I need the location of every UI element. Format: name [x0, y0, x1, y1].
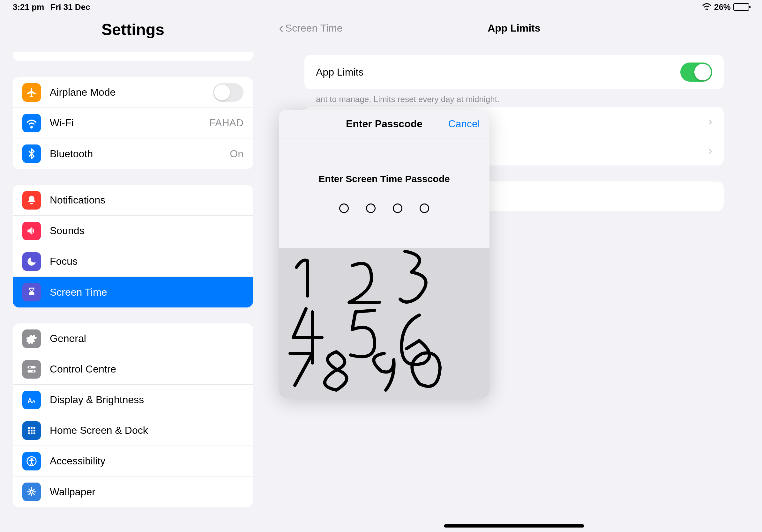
svg-point-16 — [31, 458, 32, 459]
detail-pane: ‹ Screen Time App Limits App Limits ant … — [266, 14, 762, 532]
focus-label: Focus — [50, 255, 244, 267]
status-date: Fri 31 Dec — [50, 2, 90, 12]
sidebar-item-focus[interactable]: Focus — [13, 246, 253, 277]
hourglass-icon — [22, 283, 41, 301]
speaker-icon — [22, 222, 41, 240]
general-label: General — [50, 333, 244, 345]
scribble-keypad[interactable] — [279, 248, 490, 398]
wifi-value: FAHAD — [209, 117, 244, 129]
wifi-icon — [702, 2, 712, 12]
gear-icon — [22, 329, 41, 348]
modal-title: Enter Passcode — [346, 118, 422, 130]
svg-text:A: A — [32, 398, 35, 403]
sidebar-item-general[interactable]: General — [13, 323, 253, 354]
accessibility-icon — [22, 452, 41, 470]
bluetooth-label: Bluetooth — [50, 148, 230, 160]
svg-rect-8 — [34, 427, 36, 429]
modal-prompt: Enter Screen Time Passcode — [279, 173, 490, 184]
sidebar-item-display[interactable]: AA Display & Brightness — [13, 385, 253, 415]
sidebar-item-accessibility[interactable]: Accessibility — [13, 446, 253, 477]
sidebar-item-control-centre[interactable]: Control Centre — [13, 354, 253, 385]
svg-rect-11 — [34, 430, 36, 432]
svg-rect-6 — [28, 427, 30, 429]
sidebar-item-home-screen[interactable]: Home Screen & Dock — [13, 415, 253, 446]
passcode-modal: Enter Passcode Cancel Enter Screen Time … — [279, 110, 490, 398]
settings-group-alerts: Notifications Sounds Focus Screen Time — [13, 185, 253, 307]
svg-text:A: A — [28, 397, 32, 404]
bluetooth-value: On — [230, 148, 244, 160]
detail-title: App Limits — [279, 22, 749, 34]
svg-rect-10 — [31, 430, 33, 432]
svg-rect-1 — [28, 370, 36, 372]
airplane-toggle[interactable] — [213, 83, 244, 102]
detail-header: ‹ Screen Time App Limits — [266, 14, 762, 45]
handwriting-icon — [279, 248, 490, 398]
svg-point-17 — [30, 491, 33, 494]
pin-dot — [419, 204, 429, 213]
airplane-icon — [22, 83, 41, 102]
home-indicator[interactable] — [444, 524, 584, 528]
chevron-right-icon: › — [708, 144, 712, 158]
battery-icon — [733, 3, 749, 11]
control-label: Control Centre — [50, 363, 244, 375]
pin-dot — [366, 204, 376, 213]
svg-rect-0 — [28, 366, 36, 368]
app-limits-label: App Limits — [316, 66, 680, 78]
app-limits-toggle[interactable] — [680, 62, 712, 82]
settings-group-connectivity: Airplane Mode Wi-Fi FAHAD Bluetooth On — [13, 77, 253, 169]
app-limits-footer: ant to manage. Limits reset every day at… — [266, 89, 762, 104]
passcode-dots — [279, 204, 490, 213]
notifications-label: Notifications — [50, 194, 244, 206]
svg-point-2 — [29, 366, 31, 368]
bell-icon — [22, 191, 41, 210]
svg-rect-14 — [34, 432, 36, 434]
grid-icon — [22, 421, 41, 440]
svg-rect-7 — [31, 427, 33, 429]
chevron-right-icon: › — [708, 115, 712, 128]
sidebar-item-wifi[interactable]: Wi-Fi FAHAD — [13, 108, 253, 138]
flower-icon — [22, 483, 41, 501]
svg-rect-12 — [28, 432, 30, 434]
home-label: Home Screen & Dock — [50, 425, 244, 436]
airplane-label: Airplane Mode — [50, 87, 213, 98]
wifi-icon — [22, 114, 41, 132]
wallpaper-label: Wallpaper — [50, 486, 244, 498]
sounds-label: Sounds — [50, 225, 244, 237]
toggles-icon — [22, 360, 41, 378]
svg-rect-9 — [28, 430, 30, 432]
pin-dot — [393, 204, 402, 213]
battery-percent: 26% — [714, 2, 731, 12]
text-size-icon: AA — [22, 391, 41, 409]
page-title: Settings — [0, 14, 266, 48]
app-limits-toggle-group: App Limits — [304, 55, 724, 89]
status-bar: 3:21 pm Fri 31 Dec 26% — [0, 0, 762, 14]
status-time: 3:21 pm — [13, 2, 44, 12]
apple-id-row-fragment[interactable] — [13, 52, 253, 61]
app-limits-toggle-row[interactable]: App Limits — [304, 55, 724, 89]
sidebar-item-notifications[interactable]: Notifications — [13, 185, 253, 216]
sidebar-item-wallpaper[interactable]: Wallpaper — [13, 477, 253, 507]
wifi-label: Wi-Fi — [50, 117, 209, 129]
pin-dot — [339, 204, 349, 213]
svg-rect-13 — [31, 432, 33, 434]
moon-icon — [22, 252, 41, 271]
settings-group-general: General Control Centre AA Display & Brig… — [13, 323, 253, 507]
sidebar-item-screentime[interactable]: Screen Time — [13, 277, 253, 307]
bluetooth-icon — [22, 145, 41, 163]
screentime-label: Screen Time — [50, 287, 244, 298]
cancel-button[interactable]: Cancel — [448, 118, 480, 130]
sidebar: Settings Airplane Mode Wi-Fi FAHAD — [0, 14, 266, 532]
sidebar-item-sounds[interactable]: Sounds — [13, 216, 253, 246]
display-label: Display & Brightness — [50, 394, 244, 406]
accessibility-label: Accessibility — [50, 455, 244, 467]
svg-point-3 — [33, 370, 35, 372]
sidebar-item-airplane[interactable]: Airplane Mode — [13, 77, 253, 108]
sidebar-item-bluetooth[interactable]: Bluetooth On — [13, 138, 253, 169]
